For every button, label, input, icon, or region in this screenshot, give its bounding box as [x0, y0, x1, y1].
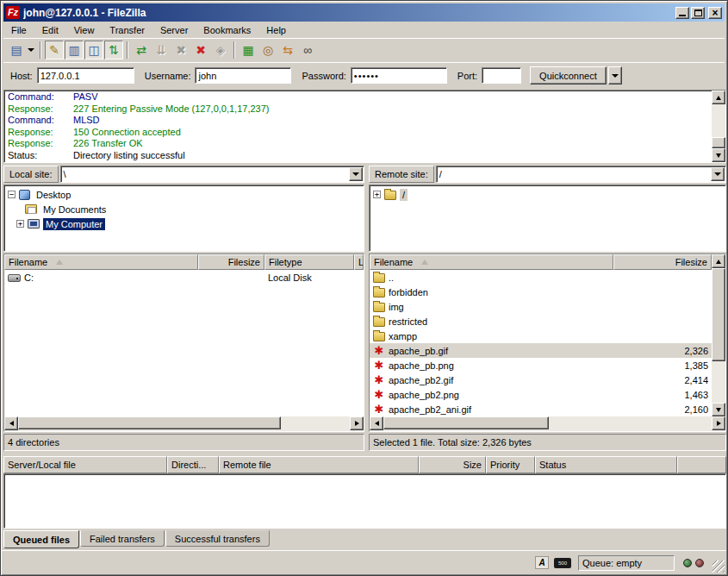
column-header-filename[interactable]: Filename — [370, 254, 613, 270]
find-files-button[interactable]: ∞ — [298, 41, 317, 59]
host-input[interactable] — [37, 67, 134, 84]
process-queue-button[interactable]: ⇊ — [152, 41, 171, 59]
combo-dropdown-button[interactable] — [349, 167, 363, 181]
toggle-remote-tree-button[interactable]: ◫ — [84, 41, 103, 59]
compare-directories-button[interactable]: ◎ — [258, 41, 277, 59]
tree-item-my-computer[interactable]: + My Computer — [8, 216, 364, 231]
password-input[interactable] — [351, 67, 447, 84]
combo-dropdown-button[interactable] — [711, 167, 725, 181]
remote-file-row[interactable]: apache_pb.png 1,385 — [370, 358, 712, 373]
column-header-filesize[interactable]: Filesize — [198, 254, 264, 270]
scroll-left-button[interactable] — [4, 416, 18, 430]
menu-server[interactable]: Server — [152, 23, 196, 37]
menu-edit[interactable]: Edit — [34, 23, 66, 37]
menu-transfer[interactable]: Transfer — [102, 23, 152, 37]
minimize-button[interactable] — [675, 7, 689, 19]
sort-ascending-icon — [56, 260, 63, 265]
arrow-right-icon — [355, 421, 359, 426]
username-input[interactable] — [195, 67, 291, 84]
menu-help[interactable]: Help — [258, 23, 294, 37]
tree-item-root[interactable]: + / — [373, 187, 725, 202]
image-file-icon — [373, 360, 385, 371]
queue-tabs: Queued filesFailed transfersSuccessful t… — [3, 529, 726, 549]
refresh-button[interactable]: ⇄ — [132, 41, 151, 59]
scrollbar-thumb[interactable] — [712, 137, 725, 148]
scrollbar-thumb[interactable] — [712, 268, 725, 361]
log-line-text: 150 Connection accepted — [73, 127, 181, 139]
resize-grip[interactable] — [712, 560, 725, 573]
local-site-combo[interactable]: \ — [60, 166, 364, 183]
column-header-server-local-file[interactable]: Server/Local file — [3, 456, 167, 473]
expand-icon[interactable]: + — [16, 220, 24, 228]
file-size: 2,160 — [613, 404, 712, 415]
log-line-type: Command: — [8, 115, 73, 127]
arrow-down-icon — [716, 408, 721, 412]
remote-file-row[interactable]: apache_pb2.gif 2,414 — [370, 373, 712, 387]
collapse-icon[interactable]: − — [8, 191, 16, 198]
scroll-right-button[interactable] — [350, 416, 364, 430]
site-manager-dropdown-button[interactable] — [26, 41, 36, 59]
column-header-size[interactable]: Size — [419, 456, 486, 473]
scrollbar-thumb[interactable] — [18, 416, 281, 429]
log-scrollbar[interactable] — [712, 91, 725, 162]
remote-file-row[interactable]: forbidden — [370, 285, 712, 299]
remote-site-combo[interactable]: / — [436, 166, 726, 183]
speed-limits-icon[interactable]: 500 — [554, 558, 571, 568]
log-line: Command: PASV — [8, 91, 712, 103]
remote-file-row[interactable]: restricted — [370, 314, 712, 329]
scroll-up-button[interactable] — [712, 91, 725, 104]
toggle-message-log-button[interactable]: ✎ — [45, 41, 64, 59]
scroll-down-button[interactable] — [712, 403, 725, 416]
toggle-queue-button[interactable]: ⇅ — [104, 41, 123, 59]
local-horizontal-scrollbar[interactable] — [4, 416, 364, 431]
maximize-button[interactable] — [691, 7, 705, 19]
expand-icon[interactable]: + — [373, 191, 381, 198]
scroll-down-button[interactable] — [712, 148, 725, 162]
title-bar[interactable]: Fz john@127.0.0.1 - FileZilla × — [3, 3, 725, 22]
scrollbar-thumb[interactable] — [383, 416, 549, 429]
local-file-row[interactable]: C: Local Disk — [4, 270, 364, 285]
tab-queued-files[interactable]: Queued files — [3, 530, 79, 548]
column-header-status[interactable]: Status — [535, 456, 677, 473]
menu-bookmarks[interactable]: Bookmarks — [196, 23, 258, 37]
menu-file[interactable]: File — [3, 23, 34, 37]
column-header-lastmodified[interactable]: L — [354, 254, 364, 270]
remote-site-path: / — [437, 169, 711, 179]
queue-header: Server/Local file Directi... Remote file… — [3, 456, 726, 473]
close-button[interactable]: × — [708, 7, 722, 19]
remote-file-row[interactable]: apache_pb2_ani.gif 2,160 — [370, 402, 712, 416]
port-input[interactable] — [482, 67, 521, 84]
scroll-left-button[interactable] — [370, 416, 383, 430]
column-header-filetype[interactable]: Filetype — [264, 254, 354, 270]
tab-successful-transfers[interactable]: Successful transfers — [165, 530, 270, 547]
reconnect-button[interactable]: ◈ — [211, 41, 230, 59]
column-header-filesize[interactable]: Filesize — [613, 254, 712, 270]
remote-horizontal-scrollbar[interactable] — [370, 416, 725, 431]
site-manager-button[interactable]: ▤ — [7, 41, 26, 59]
quickconnect-button[interactable]: Quickconnect — [530, 66, 607, 85]
remote-file-row[interactable]: xampp — [370, 329, 712, 343]
disconnect-button[interactable]: ✖ — [191, 41, 210, 59]
remote-file-row[interactable]: img — [370, 299, 712, 314]
queue-list[interactable] — [3, 473, 726, 529]
remote-file-row[interactable]: apache_pb2.png 1,463 — [370, 387, 712, 402]
scroll-up-button[interactable] — [712, 254, 725, 268]
tree-item-desktop[interactable]: − Desktop — [8, 187, 364, 202]
ascii-datatype-icon[interactable]: A — [535, 556, 549, 569]
scroll-right-button[interactable] — [712, 416, 725, 430]
column-header-remote-file[interactable]: Remote file — [219, 456, 419, 473]
column-header-filename[interactable]: Filename — [4, 254, 198, 270]
column-header-direction[interactable]: Directi... — [167, 456, 219, 473]
remote-file-row[interactable]: apache_pb.gif 2,326 — [370, 343, 712, 358]
synchronized-browsing-button[interactable]: ⇆ — [278, 41, 297, 59]
remote-file-row[interactable]: .. — [370, 270, 712, 285]
quickconnect-dropdown-button[interactable] — [608, 66, 622, 85]
cancel-operation-button[interactable]: ✖ — [171, 41, 190, 59]
menu-view[interactable]: View — [66, 23, 103, 37]
filter-button[interactable]: ▦ — [239, 41, 258, 59]
tree-item-my-documents[interactable]: My Documents — [8, 202, 364, 216]
toggle-local-tree-button[interactable]: ▥ — [65, 41, 84, 59]
tab-failed-transfers[interactable]: Failed transfers — [80, 530, 165, 547]
column-header-priority[interactable]: Priority — [486, 456, 535, 473]
remote-vertical-scrollbar[interactable] — [712, 254, 725, 416]
